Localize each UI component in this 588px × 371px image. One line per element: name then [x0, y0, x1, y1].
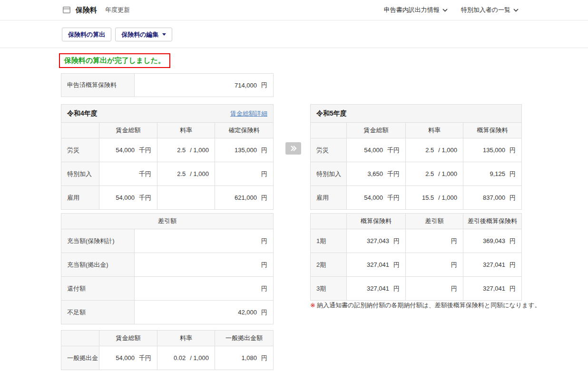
reiwa5-table: 令和5年度 賃金総額 料率 概算保険料 労災 54,000千円 2.5/ 1,0… [310, 104, 522, 210]
wage-unit: 千円 [139, 354, 151, 362]
rate-denominator: / 1,000 [190, 354, 209, 361]
reiwa4-titlebar: 令和4年度 賃金総額詳細 [61, 105, 273, 123]
contribution-header-wage: 賃金総額 [99, 331, 157, 346]
page-header: 保険料 年度更新 [63, 0, 130, 20]
chevron-down-icon [513, 9, 519, 12]
contribution-header-amount: 一般拠出金額 [215, 331, 273, 346]
wage-total-detail-link[interactable]: 賃金総額詳細 [230, 109, 267, 118]
amount-unit: 円 [510, 146, 516, 155]
success-alert-message: 保険料の算出が完了しました。 [64, 56, 165, 65]
deduction-unit: 円 [451, 284, 457, 293]
calculate-premium-label: 保険料の算出 [68, 30, 105, 39]
table-row: 特別加入 3,650千円 2.5/ 1,000 9,125円 [311, 162, 521, 186]
menu-declaration-output[interactable]: 申告書内訳出力情報 [384, 6, 448, 14]
wage-unit: 千円 [387, 194, 400, 202]
reiwa5-titlebar: 令和5年度 [311, 105, 521, 123]
amount-value: 837,000 [483, 194, 505, 201]
wage-unit: 千円 [139, 194, 151, 202]
toolbar: 保険料の算出 保険料の編集 [62, 28, 172, 41]
declared-premium-table: 申告済概算保険料 714,000 円 [61, 73, 274, 97]
success-alert: 保険料の算出が完了しました。 [59, 53, 170, 68]
row-label: 充当額(保険料計) [61, 229, 135, 253]
after-deduction-unit: 円 [510, 261, 516, 269]
row-label: 充当額(拠出金) [61, 253, 135, 276]
table-row: 一般拠出金 54,000千円 0.02/ 1,000 1,080円 [61, 346, 273, 370]
row-label: 不足額 [61, 301, 135, 324]
amount-unit: 円 [261, 146, 267, 155]
row-label: 労災 [61, 138, 99, 162]
reiwa5-title: 令和5年度 [316, 109, 347, 118]
deduction-value: 42,000 [238, 309, 257, 316]
amount-unit: 円 [261, 170, 267, 178]
contribution-header-rate: 料率 [157, 331, 215, 346]
row-label: 特別加入 [311, 162, 347, 186]
double-chevron-right-icon [290, 146, 297, 151]
rate-denominator: / 1,000 [190, 170, 209, 177]
rate-denominator: / 1,000 [438, 194, 457, 201]
table-row: 雇用 54,000千円 15.5/ 1,000 837,000円 [311, 186, 521, 209]
deduction-unit: 円 [261, 237, 267, 245]
calculate-premium-button[interactable]: 保険料の算出 [62, 28, 111, 41]
reiwa4-header-blank [61, 123, 99, 138]
table-row: 特別加入 千円 2.5/ 1,000 円 [61, 162, 273, 186]
caret-down-icon [162, 33, 166, 36]
row-label: 労災 [311, 138, 347, 162]
rate-value: 15.5 [422, 194, 434, 201]
after-deduction-unit: 円 [510, 237, 516, 245]
note-marker: ※ [310, 302, 315, 309]
wage-value: 54,000 [116, 146, 135, 154]
estimate-value: 327,041 [367, 285, 389, 292]
reiwa5-header-wage: 賃金総額 [347, 123, 406, 138]
wage-unit: 千円 [139, 170, 151, 178]
table-row: 2期 327,041円 円 327,041円 [311, 253, 521, 276]
reiwa4-table: 令和4年度 賃金総額詳細 賃金総額 料率 確定保険料 労災 54,000千円 2… [61, 104, 274, 210]
row-label: 特別加入 [61, 162, 99, 186]
edit-premium-label: 保険料の編集 [121, 30, 158, 39]
amount-unit: 円 [261, 194, 267, 202]
deduction-title: 差引額 [61, 214, 273, 229]
periods-header-deduction: 差引額 [406, 214, 463, 229]
deduction-unit: 円 [261, 308, 267, 317]
after-deduction-value: 327,041 [483, 285, 505, 292]
copy-to-next-year-button[interactable] [285, 142, 301, 155]
payment-note: ※納入通知書の記別納付額の各期納付額は、差額後概算保険料と同額になります。 [310, 301, 541, 310]
window-icon [63, 7, 70, 13]
row-label: 雇用 [61, 186, 99, 209]
toolbar-divider [0, 48, 588, 48]
page-subtitle: 年度更新 [105, 6, 130, 14]
rate-denominator: / 1,000 [190, 146, 209, 154]
table-row: 不足額 42,000円 [61, 300, 273, 324]
table-row: 労災 54,000千円 2.5/ 1,000 135,000円 [311, 138, 521, 162]
row-label: 1期 [311, 229, 347, 253]
menu-label: 申告書内訳出力情報 [384, 6, 440, 14]
rate-value: 2.5 [425, 146, 434, 154]
amount-value: 135,000 [235, 146, 257, 154]
reiwa4-header-rate: 料率 [157, 123, 215, 138]
wage-unit: 千円 [387, 170, 400, 178]
page-title: 保険料 [76, 6, 97, 15]
general-contribution-table: 賃金総額 料率 一般拠出金額 一般拠出金 54,000千円 0.02/ 1,00… [61, 330, 274, 370]
table-row: 労災 54,000千円 2.5/ 1,000 135,000円 [61, 138, 273, 162]
table-row: 1期 327,043円 円 369,043円 [311, 229, 521, 253]
periods-header-blank [311, 214, 347, 229]
amount-unit: 円 [510, 194, 516, 202]
after-deduction-value: 369,043 [483, 237, 505, 244]
declared-premium-unit: 円 [261, 81, 267, 89]
rate-value: 2.5 [177, 146, 186, 154]
reiwa4-header-wage: 賃金総額 [99, 123, 157, 138]
note-text: 納入通知書の記別納付額の各期納付額は、差額後概算保険料と同額になります。 [317, 302, 541, 309]
reiwa5-header-rate: 料率 [406, 123, 463, 138]
estimate-unit: 円 [393, 237, 400, 245]
wage-value: 54,000 [364, 194, 383, 201]
wage-unit: 千円 [139, 146, 151, 155]
wage-value: 54,000 [116, 194, 135, 201]
menu-special-members[interactable]: 特別加入者の一覧 [461, 6, 519, 14]
table-row: 雇用 54,000千円 621,000円 [61, 186, 273, 209]
declared-premium-value-cell: 714,000 円 [135, 74, 273, 97]
edit-premium-button[interactable]: 保険料の編集 [115, 28, 172, 41]
amount-value: 135,000 [483, 146, 505, 154]
row-label: 一般拠出金 [61, 346, 99, 370]
wage-unit: 千円 [387, 146, 400, 155]
row-label: 3期 [311, 277, 347, 300]
reiwa5-header-blank [311, 123, 347, 138]
